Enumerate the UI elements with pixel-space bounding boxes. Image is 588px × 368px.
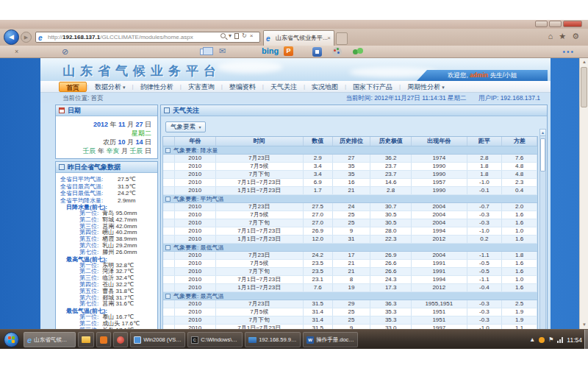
- panel-scrollbar[interactable]: ▲: [539, 129, 546, 329]
- network-icon[interactable]: [557, 337, 563, 343]
- nav-item-灾害查询[interactable]: 灾害查询: [182, 82, 221, 92]
- table-row[interactable]: 20101月1日~7月23日12.03122.320120.21.6: [163, 236, 537, 244]
- table-cell: 2010: [175, 179, 216, 186]
- table-group-row[interactable]: 气象要素: 最低气温: [163, 244, 537, 252]
- table-row[interactable]: 20107月5候23.52126.61991-0.51.6: [163, 260, 537, 268]
- table-header-数值[interactable]: 数值: [304, 137, 333, 146]
- compatibility-icon[interactable]: [234, 33, 239, 39]
- table-row[interactable]: 20107月1日~7月23日26.9928.01994-1.01.0: [163, 227, 537, 236]
- table-row[interactable]: 20107月23日24.21726.92004-1.11.8: [163, 252, 537, 260]
- table-row[interactable]: 20107月5候31.42535.31951-0.31.9: [163, 308, 537, 316]
- taskbar-task[interactable]: 192.168.59.99...: [245, 332, 301, 347]
- nav-item-国家下行产品[interactable]: 国家下行产品: [346, 82, 399, 92]
- taskbar-task[interactable]: e山东省气候业务平...: [24, 332, 76, 347]
- table-row[interactable]: 20101月1日~7月23日7.61917.32012-0.41.6: [163, 284, 537, 292]
- search-icon[interactable]: [220, 33, 226, 38]
- table-header-年份[interactable]: 年份: [175, 137, 216, 146]
- browser-tab[interactable]: e 山东省气候业务平... ×: [263, 30, 334, 46]
- table-header-方差[interactable]: 方差: [502, 137, 537, 146]
- table-row[interactable]: 20107月23日2.92736.219742.87.6: [163, 155, 537, 163]
- nav-item-首页[interactable]: 首页: [59, 82, 87, 92]
- maximize-button[interactable]: [549, 21, 562, 27]
- table-cell: 2010: [175, 236, 216, 243]
- table-header-历史排位[interactable]: 历史排位: [333, 137, 371, 146]
- overflow-dots-icon[interactable]: •••: [562, 48, 575, 56]
- pinyin-badge[interactable]: P: [284, 46, 293, 56]
- expander-icon[interactable]: [165, 245, 171, 250]
- palette-icon[interactable]: [332, 47, 342, 57]
- taskbar-task[interactable]: C:C:\Windows\s...: [187, 332, 243, 347]
- taskbar-task[interactable]: Win2008 (VS2...: [130, 332, 185, 347]
- table-row[interactable]: 20107月5候27.02530.52004-0.31.6: [163, 211, 537, 219]
- nav-item-韵律性分析[interactable]: 韵律性分析: [134, 82, 180, 92]
- stop-icon[interactable]: ×: [250, 32, 254, 39]
- table-row[interactable]: 20101月1日~7月23日1.7212.81990-0.10.4: [163, 187, 537, 195]
- close-icon[interactable]: ×: [15, 48, 18, 55]
- table-cell: 8: [333, 276, 371, 283]
- table-header-距平[interactable]: 距平: [467, 137, 503, 146]
- browser-scrollbar[interactable]: ▲ ▼: [579, 58, 588, 329]
- clock[interactable]: 11:54: [567, 336, 582, 344]
- table-row[interactable]: 20107月下旬3.43523.719901.84.8: [163, 171, 537, 179]
- table-row[interactable]: 20107月5候3.43523.719901.84.8: [163, 163, 537, 171]
- refresh-icon[interactable]: ↻: [242, 32, 247, 39]
- scrollbar-thumb[interactable]: [581, 67, 587, 107]
- bing-logo[interactable]: bing: [262, 46, 279, 55]
- notification-icon[interactable]: [539, 337, 545, 343]
- minimize-button[interactable]: [535, 21, 548, 27]
- gear-icon[interactable]: ⚙: [572, 32, 579, 41]
- nav-item-实况地图[interactable]: 实况地图: [305, 82, 345, 92]
- forward-button[interactable]: ▶: [21, 32, 32, 43]
- table-row[interactable]: 20107月下旬23.52126.61991-0.51.6: [163, 268, 537, 276]
- home-icon[interactable]: ⌂: [548, 32, 553, 41]
- start-button[interactable]: [4, 332, 19, 347]
- back-button[interactable]: ◀: [4, 29, 19, 45]
- table-row[interactable]: 20107月下旬27.02530.52004-0.31.6: [163, 219, 537, 227]
- blocked-icon[interactable]: ⊘: [62, 47, 68, 57]
- table-group-row[interactable]: 气象要素: 平均气温: [163, 195, 537, 203]
- scrollbar-thumb[interactable]: [540, 138, 545, 171]
- table-group-row[interactable]: 气象要素: 降水量: [163, 146, 537, 155]
- show-desktop-button[interactable]: [584, 330, 588, 350]
- taskbar-task[interactable]: W操作手册.docx ...: [303, 332, 358, 347]
- element-filter-button[interactable]: 气象要素 ▾: [165, 121, 206, 132]
- expander-icon[interactable]: [165, 148, 171, 153]
- new-tab-button[interactable]: [336, 32, 348, 45]
- expander-icon[interactable]: [165, 294, 171, 299]
- table-row[interactable]: 20107月23日27.52430.72004-0.72.0: [163, 203, 537, 211]
- table-row[interactable]: 20107月1日~7月23日23.1824.31994-1.11.0: [163, 276, 537, 284]
- table-row[interactable]: 20107月下旬31.42535.31951-0.31.9: [163, 316, 537, 325]
- table-header-历史极值[interactable]: 历史极值: [370, 137, 412, 146]
- nav-item-数据分析[interactable]: 数据分析▾: [88, 82, 132, 92]
- chevron-down-icon: ▾: [198, 125, 201, 130]
- taskbar-task[interactable]: [96, 332, 111, 347]
- nav-item-周期性分析[interactable]: 周期性分析▾: [401, 82, 451, 92]
- mail-icon[interactable]: ✉: [219, 46, 226, 56]
- chevron-down-icon[interactable]: ▾: [229, 32, 232, 39]
- date-token: 农历: [103, 138, 118, 146]
- tab-close-icon[interactable]: ×: [327, 31, 331, 45]
- film-icon[interactable]: [312, 47, 322, 57]
- nav-item-整编资料[interactable]: 整编资料: [223, 82, 262, 92]
- table-cell: 26.9: [370, 252, 412, 259]
- cards-icon[interactable]: [200, 49, 209, 55]
- nav-item-天气关注[interactable]: 天气关注: [264, 82, 304, 92]
- hidden-icons-icon[interactable]: ▲: [529, 336, 535, 343]
- table-header-出现年份[interactable]: 出现年份: [412, 137, 467, 146]
- scroll-up-icon[interactable]: ▲: [580, 58, 588, 66]
- table-header-时间[interactable]: 时间: [216, 137, 304, 146]
- table-group-row[interactable]: 气象要素: 最高气温: [163, 292, 537, 300]
- close-button[interactable]: [563, 21, 582, 27]
- table-row[interactable]: 20107月1日~7月23日6.91614.61957-1.02.3: [163, 179, 537, 187]
- taskbar-task[interactable]: [78, 332, 94, 347]
- scroll-up-icon[interactable]: ▲: [540, 130, 545, 136]
- favorites-star-icon[interactable]: ★: [559, 32, 566, 41]
- table-cell: 23.5: [304, 260, 333, 267]
- expander-icon[interactable]: [165, 197, 171, 202]
- taskbar-task[interactable]: [113, 332, 128, 347]
- scroll-down-icon[interactable]: ▼: [580, 321, 588, 329]
- action-center-flag-icon[interactable]: ⚑: [548, 336, 553, 343]
- people-icon[interactable]: [353, 48, 363, 56]
- welcome-suffix: 先生/小姐: [490, 71, 517, 79]
- table-row[interactable]: 20107月23日31.52936.31955,1951-0.32.5: [163, 300, 537, 308]
